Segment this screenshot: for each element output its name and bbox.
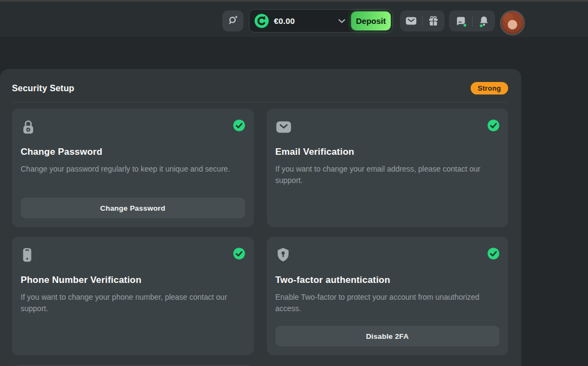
verified-check-badge <box>487 248 499 260</box>
group-divider <box>422 16 423 27</box>
card-description: Enable Two-factor to protect your accoun… <box>276 292 500 314</box>
balance-amount: €0.00 <box>274 16 295 26</box>
disable-2fa-button[interactable]: Disable 2FA <box>276 326 500 346</box>
card-description: If you want to change your email address… <box>276 163 500 186</box>
bell-icon[interactable] <box>479 16 489 27</box>
two-factor-card: Two-factor authentication Enable Two-fac… <box>267 237 509 355</box>
card-title: Email Verification <box>276 147 500 157</box>
lock-icon <box>21 119 36 137</box>
chevron-down-icon[interactable] <box>339 19 345 23</box>
gift-icon[interactable] <box>428 15 439 27</box>
card-description: Change your password regularly to keep i… <box>21 163 245 175</box>
bell-unread-dot <box>479 24 483 28</box>
security-cards-grid: Change Password Change your password reg… <box>12 109 508 366</box>
user-avatar[interactable] <box>500 10 525 35</box>
header-divider <box>12 102 508 103</box>
search-button[interactable] <box>222 10 243 31</box>
phone-icon <box>21 247 34 266</box>
page-title: Security Setup <box>12 84 74 93</box>
coin-icon <box>254 14 269 28</box>
group-divider <box>472 16 473 27</box>
mail-icon[interactable] <box>405 16 417 26</box>
deposit-button[interactable]: Deposit <box>351 11 391 30</box>
change-password-card: Change Password Change your password reg… <box>12 109 254 227</box>
card-title: Phone Number Verification <box>21 275 245 286</box>
shield-keyhole-icon <box>276 247 291 266</box>
card-title: Change Password <box>21 147 245 157</box>
chat-unread-dot <box>463 23 467 27</box>
chat-bell-group <box>449 10 495 31</box>
verified-check-badge <box>233 119 245 131</box>
panel-header: Security Setup Strong <box>0 69 521 94</box>
wallet-balance-dropdown[interactable]: €0.00 Deposit <box>249 9 393 33</box>
change-password-button[interactable]: Change Password <box>21 198 245 218</box>
envelope-icon <box>276 121 292 136</box>
mail-gift-group <box>400 10 445 31</box>
card-title: Two-factor authentication <box>276 275 500 286</box>
verified-check-badge <box>233 248 245 260</box>
chat-icon[interactable] <box>455 16 466 27</box>
phone-verification-card: Phone Number Verification If you want to… <box>12 237 254 355</box>
security-setup-panel: Security Setup Strong Ch <box>0 69 521 366</box>
top-navbar: €0.00 Deposit <box>0 2 588 37</box>
card-description: If you want to change your phone number,… <box>21 292 245 314</box>
search-icon <box>227 14 239 28</box>
verified-check-badge <box>487 119 499 131</box>
email-verification-card: Email Verification If you want to change… <box>267 109 509 227</box>
password-strength-badge: Strong <box>471 82 508 94</box>
